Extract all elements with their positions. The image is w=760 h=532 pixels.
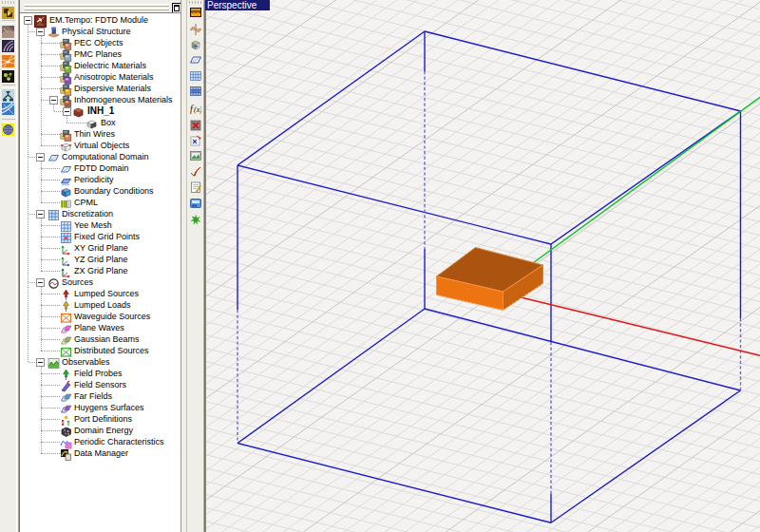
svg-text:(x): (x) <box>194 105 201 114</box>
